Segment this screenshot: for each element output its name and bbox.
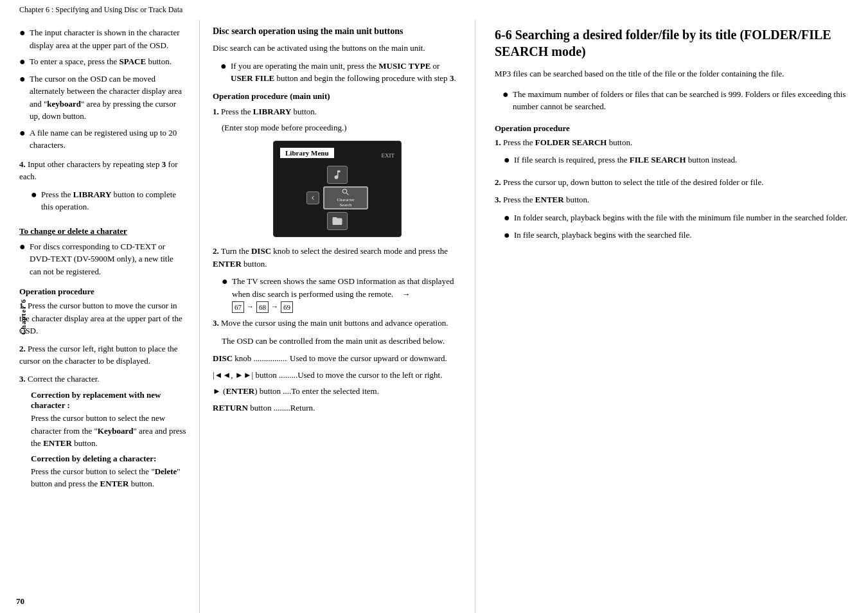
bullet-dot: ● <box>19 127 30 152</box>
desc-key-button: |◄◄, ►►| button ......... <box>213 369 297 382</box>
right-op-proc-header: Operation procedure <box>495 123 849 134</box>
lib-icon-folder <box>327 212 348 230</box>
middle-step-1-num: 1. <box>213 107 219 116</box>
middle-step-1: 1. Press the LIBRARY button. <box>213 105 462 118</box>
to-change-bullet: ● For discs corresponding to CD-TEXT or … <box>19 240 186 278</box>
desc-val-disc: Used to move the cursor upward or downwa… <box>290 352 462 365</box>
bullet-dot: ● <box>222 275 232 313</box>
correction-delete-text: Press the cursor button to select the "D… <box>31 465 186 490</box>
right-step-1: 1. Press the FOLDER SEARCH button. <box>495 136 849 149</box>
bullet-dot: ● <box>502 88 513 113</box>
exit-label: EXIT <box>382 152 395 159</box>
bullet-text-2: To enter a space, press the SPACE button… <box>30 55 186 69</box>
left-step-2-num: 2. <box>19 344 26 353</box>
ref-boxes: →67→68→69 <box>232 289 411 312</box>
correction-delete-header: Correction by deleting a character: <box>31 454 186 464</box>
to-change-section: To change or delete a charater ● For dis… <box>19 226 186 278</box>
bullet-dot: ● <box>31 188 41 213</box>
max-bullet-text: The maximum number of folders or files t… <box>513 88 849 113</box>
step-4: 4. Input other characters by repeating s… <box>19 158 186 183</box>
char-search-label: CharacterSearch <box>337 198 354 208</box>
bullet-dot: ● <box>504 229 514 242</box>
desc-val-button: Used to move the cursor to the left or r… <box>297 369 462 382</box>
middle-step-3-sub: The OSD can be controlled from the main … <box>222 335 462 348</box>
middle-step-1-sub: (Enter stop mode before proceeding.) <box>222 123 462 133</box>
bullet-dot: ● <box>504 154 514 167</box>
right-step-3-bullet-2-text: In file search, playback begins with the… <box>514 229 849 242</box>
correction-section: Correction by replacement with new chara… <box>31 390 186 490</box>
desc-val-return: Return. <box>290 402 462 414</box>
middle-column: Disc search operation using the main uni… <box>199 20 475 613</box>
bullet-item-4: ● A file name can be registered using up… <box>19 127 186 152</box>
middle-step-3: 3. Move the cursor using the main unit b… <box>213 317 462 330</box>
left-step-2-text: Press the cursor left, right button to p… <box>19 344 178 366</box>
op-proc-section: Operation procedure 1. Press the cursor … <box>19 287 186 490</box>
bullet-item-3: ● The cursor on the OSD can be moved alt… <box>19 73 186 123</box>
middle-step-3-num: 3. <box>213 318 219 328</box>
middle-step-2-num: 2. <box>213 246 219 256</box>
bullet-dot: ● <box>504 211 514 225</box>
right-step-3-bullet-1: ● In folder search, playback begins with… <box>504 211 849 225</box>
desc-row-return: RETURN button ........ Return. <box>213 402 462 414</box>
right-step-3-bullet-2: ● In file search, playback begins with t… <box>504 229 849 242</box>
page-header: Chapter 6 : Specifying and Using Disc or… <box>0 0 868 20</box>
bullet-item-1: ● The input character is shown in the ch… <box>19 26 186 51</box>
desc-key-disc: DISC knob ................ <box>213 352 290 365</box>
content-area: ● The input character is shown in the ch… <box>0 20 868 613</box>
right-step-1-text: Press the FOLDER SEARCH button. <box>503 138 632 147</box>
disc-search-intro: Disc search can be activated using the b… <box>213 42 462 55</box>
left-step-1: 1. Press the cursor button to move the c… <box>19 299 186 337</box>
correction-replacement-text: Press the cursor button to select the ne… <box>31 412 186 450</box>
right-step-3-text: Press the ENTER button. <box>503 195 589 204</box>
desc-key-return: RETURN button ........ <box>213 402 290 414</box>
lib-icon-char-search: CharacterSearch <box>323 186 368 209</box>
library-menu-diagram: Library Menu EXIT CharacterSearch <box>273 141 402 237</box>
bullet-dot: ● <box>19 26 30 51</box>
middle-step-2-bullet-text: The TV screen shows the same OSD informa… <box>232 275 462 313</box>
bullet-dot: ● <box>19 73 30 123</box>
library-bullet-text: Press the LIBRARY button to complete thi… <box>41 188 186 213</box>
right-step-1-bullet: ● If file search is required, press the … <box>504 154 849 167</box>
right-intro: MP3 files can be searched based on the t… <box>495 67 849 80</box>
right-big-title: 6-6 Searching a desired folder/file by i… <box>495 26 849 60</box>
right-column: 6-6 Searching a desired folder/file by i… <box>475 20 868 613</box>
left-step-1-text: Press the cursor button to move the curs… <box>19 301 182 335</box>
right-step-2-num: 2. <box>495 177 501 187</box>
bullet-text-3: The cursor on the OSD can be moved alter… <box>30 73 186 123</box>
right-step-2-text: Press the cursor up, down button to sele… <box>503 177 763 187</box>
bullet-item-2: ● To enter a space, press the SPACE butt… <box>19 55 186 69</box>
left-top-bullets: ● The input character is shown in the ch… <box>19 26 186 152</box>
right-step-3-num: 3. <box>495 195 501 204</box>
step-4-num: 4. <box>19 159 26 169</box>
right-step-3-bullet-1-text: In folder search, playback begins with t… <box>514 211 849 225</box>
lib-menu-items: CharacterSearch <box>280 166 394 230</box>
right-step-2: 2. Press the cursor up, down button to s… <box>495 176 849 189</box>
bullet-dot: ● <box>220 60 231 85</box>
disc-search-bullet: ● If you are operating the main unit, pr… <box>220 60 462 85</box>
step-4-text: Input other characters by repeating step… <box>19 159 178 182</box>
bullet-text-4: A file name can be registered using up t… <box>30 127 186 152</box>
step-4-bullet: ● Press the LIBRARY button to complete t… <box>31 188 186 213</box>
page-number: 70 <box>16 596 24 607</box>
lib-icon-music <box>327 166 348 184</box>
lib-icon-left <box>306 191 319 204</box>
bullet-dot: ● <box>19 55 30 69</box>
desc-table: DISC knob ................ Used to move … <box>213 352 462 414</box>
right-op-proc: Operation procedure 1. Press the FOLDER … <box>495 123 849 242</box>
left-column: ● The input character is shown in the ch… <box>0 20 199 613</box>
right-step-1-num: 1. <box>495 138 501 147</box>
to-change-text: For discs corresponding to CD-TEXT or DV… <box>30 240 186 278</box>
max-bullet: ● The maximum number of folders or files… <box>502 88 849 113</box>
page-container: Chapter 6 : Specifying and Using Disc or… <box>0 0 868 613</box>
left-step-2: 2. Press the cursor left, right button t… <box>19 342 186 368</box>
library-menu-title: Library Menu <box>280 148 334 158</box>
header-text: Chapter 6 : Specifying and Using Disc or… <box>19 5 182 14</box>
middle-step-2: 2. Turn the DISC knob to select the desi… <box>213 245 462 270</box>
right-step-1-bullet-text: If file search is required, press the FI… <box>514 154 849 167</box>
left-step-3-num: 3. <box>19 374 26 384</box>
disc-search-header: Disc search operation using the main uni… <box>213 26 462 37</box>
disc-search-bullet-text: If you are operating the main unit, pres… <box>231 60 462 85</box>
middle-step-2-text: Turn the DISC knob to select the desired… <box>213 246 448 269</box>
op-proc-header: Operation procedure <box>19 287 186 297</box>
middle-step-1-text: Press the LIBRARY button. <box>221 107 317 116</box>
